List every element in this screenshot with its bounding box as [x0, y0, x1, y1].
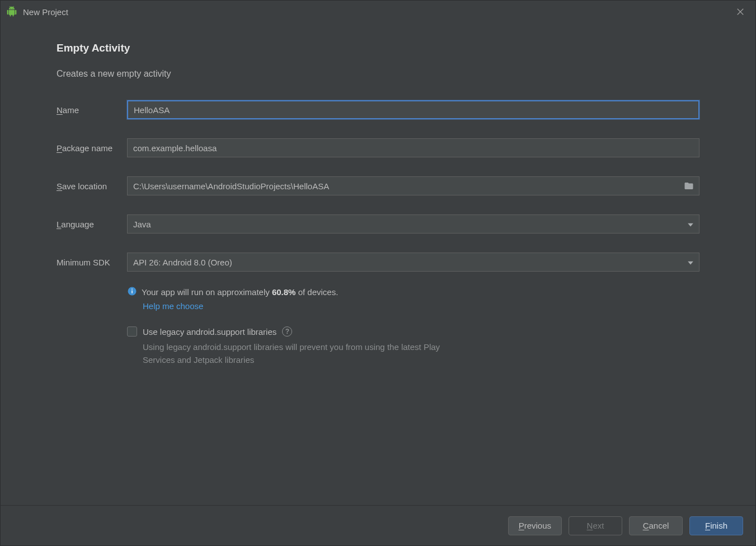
- help-icon[interactable]: ?: [282, 326, 292, 337]
- info-icon: [127, 286, 137, 298]
- row-name: Name HelloASA: [57, 100, 699, 119]
- previous-button[interactable]: Previous: [508, 516, 562, 535]
- save-location-input[interactable]: C:\Users\username\AndroidStudioProjects\…: [127, 176, 699, 195]
- legacy-description: Using legacy android.support libraries w…: [143, 341, 456, 366]
- label-minimum-sdk: Minimum SDK: [57, 258, 127, 267]
- svg-rect-4: [132, 289, 133, 290]
- dialog-footer: Previous Next Cancel Finish: [1, 505, 755, 545]
- legacy-checkbox[interactable]: [127, 326, 137, 337]
- package-input[interactable]: com.example.helloasa: [127, 138, 699, 157]
- dialog-title: New Project: [23, 7, 68, 17]
- next-button: Next: [569, 516, 622, 535]
- svg-marker-1: [688, 262, 693, 265]
- coverage-text: Your app will run on approximately 60.8%…: [142, 287, 338, 297]
- new-project-dialog: New Project Empty Activity Creates a new…: [0, 0, 756, 546]
- svg-marker-0: [688, 223, 693, 227]
- legacy-libraries-block: Use legacy android.support libraries ? U…: [127, 326, 699, 366]
- svg-rect-3: [132, 291, 133, 293]
- android-icon: [6, 6, 17, 17]
- help-me-choose-link[interactable]: Help me choose: [143, 301, 699, 311]
- close-icon[interactable]: [731, 2, 750, 21]
- row-package: Package name com.example.helloasa: [57, 138, 699, 157]
- language-value: Java: [133, 220, 151, 229]
- legacy-checkbox-label: Use legacy android.support libraries: [143, 327, 276, 337]
- page-heading: Empty Activity: [57, 42, 699, 54]
- finish-button[interactable]: Finish: [689, 516, 743, 535]
- titlebar: New Project: [1, 1, 755, 23]
- label-save-location: Save location: [57, 181, 127, 191]
- minimum-sdk-select[interactable]: API 26: Android 8.0 (Oreo): [127, 253, 699, 272]
- cancel-button[interactable]: Cancel: [629, 516, 683, 535]
- chevron-down-icon: [688, 220, 693, 229]
- minimum-sdk-value: API 26: Android 8.0 (Oreo): [133, 258, 232, 267]
- dialog-body: Empty Activity Creates a new empty activ…: [1, 23, 755, 505]
- label-language: Language: [57, 220, 127, 229]
- browse-folder-icon[interactable]: [683, 181, 695, 191]
- label-package: Package name: [57, 143, 127, 153]
- row-save-location: Save location C:\Users\username\AndroidS…: [57, 176, 699, 195]
- row-minimum-sdk: Minimum SDK API 26: Android 8.0 (Oreo): [57, 253, 699, 272]
- name-input[interactable]: HelloASA: [127, 100, 699, 119]
- device-coverage-info: Your app will run on approximately 60.8%…: [127, 286, 699, 311]
- label-name: Name: [57, 105, 127, 115]
- chevron-down-icon: [688, 258, 693, 267]
- row-language: Language Java: [57, 214, 699, 234]
- language-select[interactable]: Java: [127, 214, 699, 234]
- page-subtitle: Creates a new empty activity: [57, 69, 699, 79]
